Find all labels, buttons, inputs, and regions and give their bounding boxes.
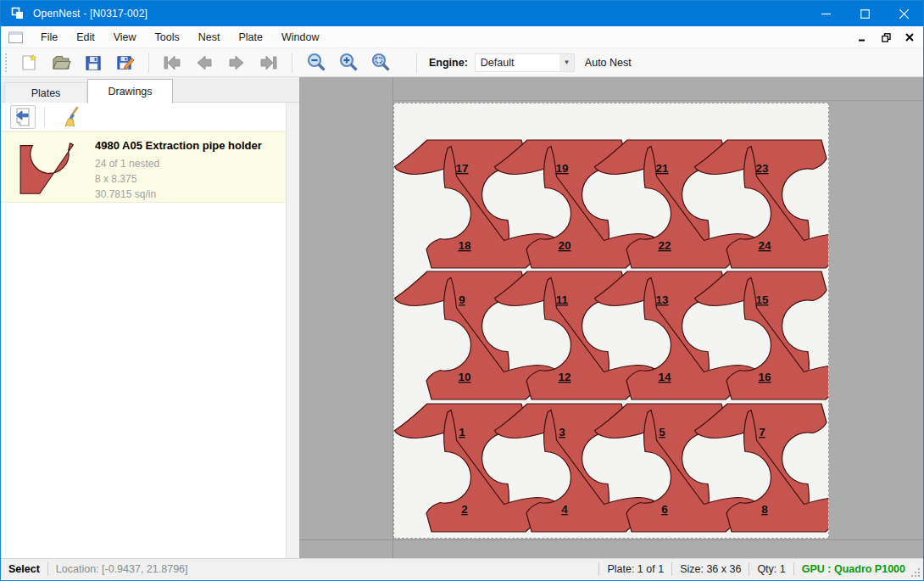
drawing-size: 8 x 8.375 <box>95 171 262 187</box>
go-next-icon <box>227 54 246 71</box>
part-number: 2 <box>461 503 468 516</box>
part-number: 7 <box>759 426 765 439</box>
part-number: 18 <box>458 239 471 252</box>
save-as-icon <box>115 53 136 72</box>
go-first-button[interactable] <box>159 51 185 75</box>
go-previous-button[interactable] <box>192 51 217 75</box>
open-folder-icon <box>51 53 71 72</box>
menu-nest[interactable]: Nest <box>189 27 230 47</box>
part-number: 9 <box>459 293 465 306</box>
save-button[interactable] <box>81 51 106 75</box>
mdi-minimize-button[interactable] <box>854 30 871 45</box>
part-number: 8 <box>761 503 768 516</box>
status-separator <box>793 562 794 576</box>
menu-file[interactable]: File <box>31 27 67 47</box>
drawing-item-text: 4980 A05 Extraction pipe holder 24 of 1 … <box>95 139 262 193</box>
part-number: 3 <box>559 426 565 439</box>
minimize-icon <box>821 9 831 19</box>
part-number: 24 <box>758 239 771 252</box>
nest-canvas[interactable]: 171819202122232491011121314151612345678 <box>299 77 924 559</box>
app-window: OpenNest - [N0317-002] File Edit View To… <box>0 0 924 581</box>
part-number: 6 <box>661 503 668 516</box>
part-preview-shape <box>20 143 73 193</box>
go-previous-icon <box>195 54 214 71</box>
zoom-out-icon <box>306 53 326 72</box>
part-number: 4 <box>561 503 568 516</box>
go-last-icon <box>259 54 279 71</box>
resize-grip[interactable] <box>910 567 921 578</box>
status-location: Location: [-0.9437, 21.8796] <box>56 563 188 575</box>
drawing-nested-count: 24 of 1 nested <box>95 156 262 171</box>
sidebar: Plates Drawings <box>2 77 299 559</box>
save-as-button[interactable] <box>113 51 138 75</box>
status-plate: Plate: 1 of 1 <box>607 563 664 575</box>
zoom-out-button[interactable] <box>303 51 328 75</box>
drawing-title: 4980 A05 Extraction pipe holder <box>95 139 262 152</box>
sidebar-scrollbar[interactable] <box>286 103 299 559</box>
part-number: 21 <box>655 162 669 175</box>
app-icon <box>11 7 25 20</box>
canvas-guide-horizontal-top <box>392 100 924 101</box>
toolbar-grip[interactable] <box>5 53 8 72</box>
part-number: 14 <box>658 371 671 383</box>
status-separator <box>749 562 749 576</box>
part-number: 16 <box>758 371 771 383</box>
menu-view[interactable]: View <box>104 27 146 47</box>
menu-window[interactable]: Window <box>272 27 328 47</box>
drawing-thumbnail <box>14 141 86 197</box>
engine-select[interactable]: Default ▼ <box>475 53 575 72</box>
zoom-in-button[interactable] <box>335 51 360 75</box>
menu-bar: File Edit View Tools Nest Plate Window <box>1 26 923 48</box>
canvas-guide-horizontal-bottom <box>299 539 924 540</box>
part-number: 19 <box>555 162 568 175</box>
menu-edit[interactable]: Edit <box>67 27 104 47</box>
menu-plate[interactable]: Plate <box>229 27 272 47</box>
engine-label: Engine: <box>429 57 468 69</box>
zoom-fit-button[interactable] <box>367 51 392 75</box>
drawings-toolbar <box>2 103 286 131</box>
zoom-in-icon <box>338 53 358 72</box>
chevron-down-icon: ▼ <box>559 54 574 71</box>
plate-sheet[interactable]: 171819202122232491011121314151612345678 <box>393 103 829 539</box>
clean-button[interactable] <box>58 105 84 129</box>
go-first-icon <box>162 54 182 71</box>
part-number: 12 <box>558 371 571 383</box>
broom-icon <box>61 106 81 128</box>
import-drawing-icon <box>14 107 32 127</box>
drawings-panel: 4980 A05 Extraction pipe holder 24 of 1 … <box>2 103 286 559</box>
drawing-area: 30.7815 sq/in <box>95 187 262 202</box>
mdi-close-icon <box>905 33 914 42</box>
tab-plates[interactable]: Plates <box>4 82 87 103</box>
go-last-button[interactable] <box>256 51 281 75</box>
open-folder-button[interactable] <box>48 51 74 75</box>
import-drawing-button[interactable] <box>10 105 36 129</box>
title-bar: OpenNest - [N0317-002] <box>1 1 923 26</box>
part-number: 23 <box>755 162 769 175</box>
toolbar-separator <box>416 53 417 73</box>
tab-drawings[interactable]: Drawings <box>87 79 173 103</box>
part-number: 10 <box>458 371 470 383</box>
minimize-button[interactable] <box>806 1 845 26</box>
maximize-button[interactable] <box>845 1 884 26</box>
status-separator <box>47 562 48 576</box>
mdi-close-button[interactable] <box>901 30 918 45</box>
part-number: 15 <box>755 293 769 306</box>
go-next-button[interactable] <box>224 51 249 75</box>
close-icon <box>899 9 909 19</box>
auto-nest-button[interactable]: Auto Nest <box>585 57 632 69</box>
zoom-fit-icon <box>370 53 390 72</box>
status-mode: Select <box>8 563 40 575</box>
part-number: 5 <box>659 426 665 439</box>
nest-layout: 171819202122232491011121314151612345678 <box>394 103 828 538</box>
window-title: OpenNest - [N0317-002] <box>33 8 148 20</box>
drawing-list-item[interactable]: 4980 A05 Extraction pipe holder 24 of 1 … <box>2 131 286 203</box>
new-file-button[interactable] <box>16 51 42 75</box>
mdi-document-icon[interactable] <box>8 31 23 43</box>
close-button[interactable] <box>884 1 923 26</box>
main-toolbar: Engine: Default ▼ Auto Nest <box>1 48 923 77</box>
status-gpu: GPU : Quadro P1000 <box>802 563 905 575</box>
status-bar: Select Location: [-0.9437, 21.8796] Plat… <box>1 558 923 579</box>
menu-tools[interactable]: Tools <box>146 27 189 47</box>
mdi-restore-button[interactable] <box>877 30 894 45</box>
toolbar-separator <box>44 107 45 127</box>
